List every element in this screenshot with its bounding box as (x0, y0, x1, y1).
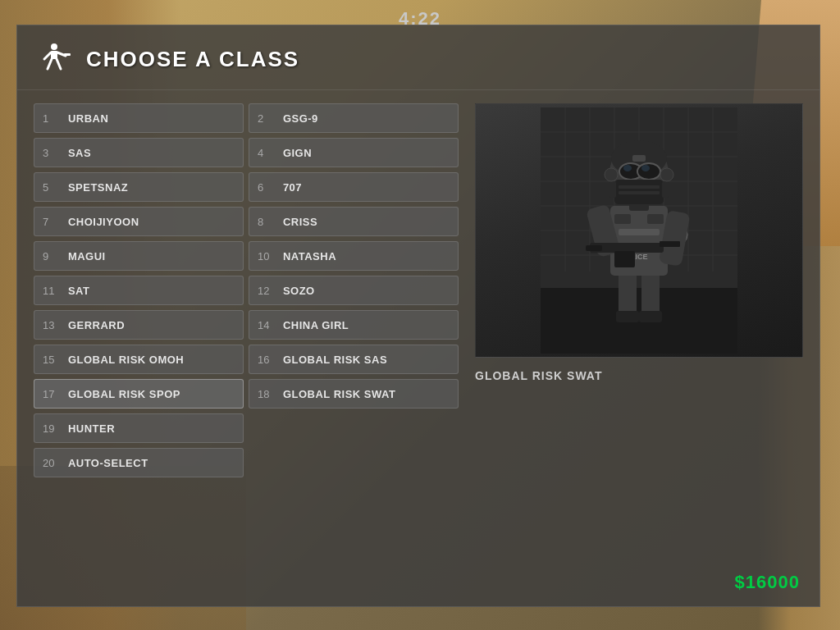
class-item[interactable]: 10 NATASHA (249, 241, 459, 271)
class-item[interactable]: 5 SPETSNAZ (34, 172, 244, 202)
svg-rect-52 (632, 155, 646, 162)
class-item[interactable]: 15 GLOBAL RISK OMOH (34, 345, 244, 374)
class-name-label: HUNTER (68, 422, 115, 435)
svg-point-54 (660, 168, 673, 181)
svg-rect-36 (586, 245, 602, 251)
svg-rect-25 (639, 311, 662, 322)
class-name-label: GLOBAL RISK SWAT (283, 388, 396, 400)
content-area: 1 URBAN2 GSG-93 SAS4 GIGN5 SPETSNAZ6 707… (17, 90, 819, 491)
auto-select-item[interactable]: 20 AUTO-SELECT (34, 448, 244, 477)
class-number: 9 (43, 250, 61, 262)
class-item[interactable]: 13 GERRARD (34, 310, 244, 340)
class-number: 11 (43, 285, 61, 297)
svg-rect-37 (660, 241, 680, 247)
class-name-label: GERRARD (68, 319, 125, 331)
class-name-label: URBAN (68, 112, 108, 125)
class-item[interactable]: 8 CRISS (249, 207, 459, 236)
class-name-label: CRISS (283, 216, 317, 228)
svg-point-53 (605, 168, 618, 181)
svg-rect-50 (609, 181, 616, 198)
page-title: CHOOSE A CLASS (86, 47, 299, 72)
class-item[interactable]: 17 GLOBAL RISK SPOP (34, 379, 244, 409)
svg-rect-21 (541, 288, 737, 354)
class-item[interactable]: 18 GLOBAL RISK SWAT (249, 379, 459, 409)
class-name-label: NATASHA (283, 250, 336, 262)
character-preview: POLICE GR (475, 103, 803, 358)
svg-rect-27 (614, 214, 631, 224)
svg-rect-4 (64, 53, 71, 56)
class-item[interactable]: 2 GSG-9 (249, 103, 459, 133)
class-item[interactable]: 12 SOZO (249, 276, 459, 305)
character-name-label: GLOBAL RISK SWAT (475, 366, 803, 386)
class-name-label: GLOBAL RISK OMOH (68, 354, 184, 366)
svg-rect-24 (616, 311, 639, 322)
class-number: 4 (258, 147, 276, 159)
class-item[interactable]: 11 SAT (34, 276, 244, 305)
svg-rect-28 (647, 214, 664, 224)
class-item[interactable]: 4 GIGN (249, 138, 459, 167)
class-item[interactable]: 1 URBAN (34, 103, 244, 133)
class-item[interactable]: 9 MAGUI (34, 241, 244, 271)
class-name-label: SAS (68, 147, 91, 159)
class-number: 7 (43, 216, 61, 228)
class-number: 16 (258, 354, 276, 366)
class-number: 18 (258, 388, 276, 400)
class-number: 12 (258, 285, 276, 297)
class-number: 20 (43, 457, 61, 469)
class-name-label: SAT (68, 285, 90, 297)
class-name-label: GSG-9 (283, 112, 318, 125)
class-number: 1 (43, 112, 61, 125)
soldier-icon (36, 41, 72, 77)
class-list: 1 URBAN2 GSG-93 SAS4 GIGN5 SPETSNAZ6 707… (34, 103, 459, 477)
svg-rect-23 (641, 272, 660, 317)
class-item[interactable]: 3 SAS (34, 138, 244, 167)
svg-rect-51 (662, 181, 669, 198)
class-name-label: MAGUI (68, 250, 106, 262)
svg-line-2 (44, 52, 51, 59)
class-item[interactable]: 6 707 (249, 172, 459, 202)
class-number: 5 (43, 181, 61, 194)
svg-point-45 (623, 165, 632, 171)
class-item[interactable]: 16 GLOBAL RISK SAS (249, 345, 459, 374)
class-item[interactable]: 7 CHOIJIYOON (34, 207, 244, 236)
class-name-label: GLOBAL RISK SPOP (68, 388, 180, 400)
svg-rect-38 (614, 251, 635, 267)
class-name-label: SOZO (283, 285, 315, 297)
class-name-label: 707 (283, 181, 302, 194)
main-panel: CHOOSE A CLASS 1 URBAN2 GSG-93 SAS4 GIGN… (16, 25, 820, 607)
class-item[interactable]: 14 CHINA GIRL (249, 310, 459, 340)
class-name-label: SPETSNAZ (68, 181, 128, 194)
class-name-label: GIGN (283, 147, 312, 159)
svg-rect-29 (619, 229, 660, 235)
panel-header: CHOOSE A CLASS (17, 25, 819, 90)
svg-line-6 (57, 59, 61, 69)
class-number: 15 (43, 354, 61, 366)
svg-rect-22 (619, 272, 637, 317)
class-number: 17 (43, 388, 61, 400)
class-name-label: CHOIJIYOON (68, 216, 139, 228)
money-display: $16000 (735, 572, 800, 593)
class-name-label: AUTO-SELECT (68, 457, 148, 469)
class-number: 8 (258, 216, 276, 228)
swat-svg: POLICE GR (541, 107, 737, 354)
class-name-label: GLOBAL RISK SAS (283, 354, 387, 366)
svg-point-0 (51, 43, 57, 50)
class-number: 13 (43, 319, 61, 331)
class-name-label: CHINA GIRL (283, 319, 349, 331)
class-number: 2 (258, 112, 276, 125)
svg-rect-48 (619, 185, 660, 189)
class-number: 14 (258, 319, 276, 331)
svg-line-5 (48, 59, 52, 69)
svg-rect-49 (619, 191, 660, 194)
preview-pane: POLICE GR (475, 103, 803, 477)
svg-point-46 (641, 165, 650, 171)
class-number: 6 (258, 181, 276, 194)
timer-display: 4:22 (399, 8, 441, 30)
class-icon (34, 39, 75, 80)
class-number: 10 (258, 250, 276, 262)
class-item[interactable]: 19 HUNTER (34, 413, 244, 443)
class-number: 3 (43, 147, 61, 159)
class-number: 19 (43, 422, 61, 435)
